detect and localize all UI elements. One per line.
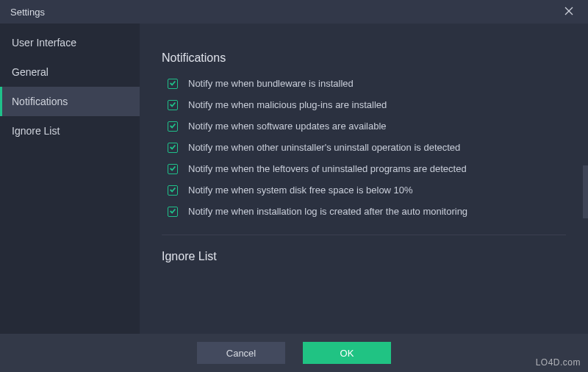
window-body: User Interface General Notifications Ign… <box>0 24 588 372</box>
section-title-ignore-list: Ignore List <box>162 250 566 263</box>
checkbox-bundleware[interactable] <box>168 79 178 89</box>
option-row: Notify me when bundleware is installed <box>168 78 566 89</box>
option-row: Notify me when the leftovers of uninstal… <box>168 163 566 174</box>
checkbox-other-uninstaller[interactable] <box>168 143 178 153</box>
check-icon <box>169 99 176 110</box>
check-icon <box>169 78 176 89</box>
close-button[interactable] <box>554 0 584 24</box>
scrollbar-thumb[interactable] <box>583 165 588 218</box>
check-icon <box>169 206 176 217</box>
close-icon <box>564 7 573 18</box>
sidebar: User Interface General Notifications Ign… <box>0 24 140 372</box>
sidebar-item-label: Ignore List <box>12 125 60 137</box>
check-icon <box>169 142 176 153</box>
checkbox-disk-space[interactable] <box>168 185 178 196</box>
option-row: Notify me when system disk free space is… <box>168 185 566 196</box>
content-pane: Notifications Notify me when bundleware … <box>140 24 588 372</box>
option-row: Notify me when other uninstaller's unins… <box>168 142 566 153</box>
ok-button[interactable]: OK <box>303 342 391 364</box>
dialog-footer: Cancel OK <box>0 334 588 372</box>
sidebar-item-ignore-list[interactable]: Ignore List <box>0 116 140 146</box>
option-row: Notify me when software updates are avai… <box>168 121 566 132</box>
option-label[interactable]: Notify me when system disk free space is… <box>188 185 413 196</box>
option-label[interactable]: Notify me when bundleware is installed <box>188 78 354 89</box>
option-row: Notify me when installation log is creat… <box>168 206 566 217</box>
sidebar-item-label: General <box>12 66 49 78</box>
check-icon <box>169 185 176 196</box>
option-label[interactable]: Notify me when other uninstaller's unins… <box>188 142 460 153</box>
option-row: Notify me when malicious plug-ins are in… <box>168 99 566 110</box>
option-label[interactable]: Notify me when the leftovers of uninstal… <box>188 163 467 174</box>
option-label[interactable]: Notify me when malicious plug-ins are in… <box>188 99 387 110</box>
checkbox-malicious-plugins[interactable] <box>168 100 178 110</box>
sidebar-item-label: User Interface <box>12 37 76 49</box>
option-label[interactable]: Notify me when software updates are avai… <box>188 121 387 132</box>
check-icon <box>169 121 176 132</box>
window-title: Settings <box>10 7 45 18</box>
notifications-options: Notify me when bundleware is installed N… <box>162 78 566 217</box>
cancel-button[interactable]: Cancel <box>197 342 285 364</box>
section-title-notifications: Notifications <box>162 51 566 65</box>
check-icon <box>169 163 176 174</box>
settings-window: Settings User Interface General Notifica… <box>0 0 588 372</box>
sidebar-item-user-interface[interactable]: User Interface <box>0 28 140 57</box>
sidebar-item-label: Notifications <box>12 96 68 107</box>
option-label[interactable]: Notify me when installation log is creat… <box>188 206 467 217</box>
checkbox-install-log[interactable] <box>168 207 178 217</box>
section-divider <box>162 235 566 235</box>
sidebar-item-notifications[interactable]: Notifications <box>0 87 140 116</box>
sidebar-item-general[interactable]: General <box>0 57 140 87</box>
checkbox-leftovers[interactable] <box>168 164 178 174</box>
titlebar: Settings <box>0 0 588 24</box>
checkbox-software-updates[interactable] <box>168 121 178 132</box>
